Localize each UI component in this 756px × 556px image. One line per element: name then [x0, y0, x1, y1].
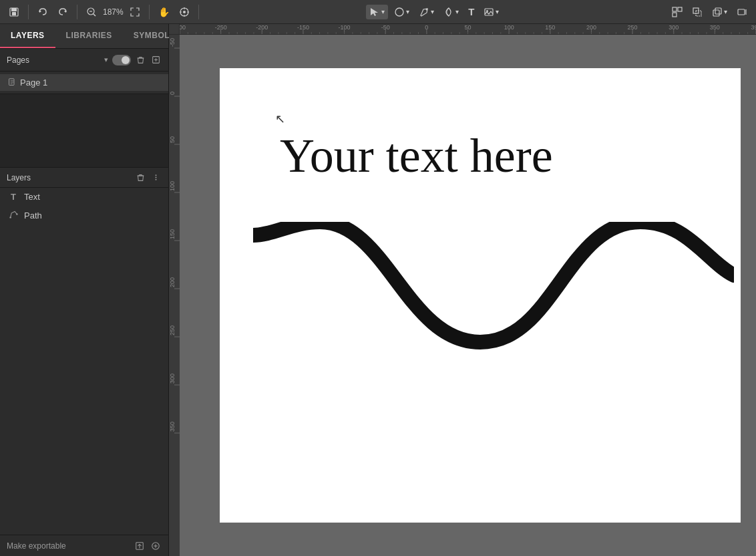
layer-item-path[interactable]: Path [0, 206, 168, 225]
hand-tool-group: ✋ [155, 5, 199, 19]
svg-rect-2 [12, 12, 16, 15]
canvas-viewport[interactable]: ↖ Your text here [180, 35, 756, 556]
canvas-body: ↖ Your text here [169, 35, 756, 556]
svg-rect-21 [673, 13, 677, 17]
ruler-v-canvas [169, 35, 180, 556]
svg-point-38 [16, 213, 17, 215]
horizontal-ruler [180, 24, 756, 35]
export-slice-button[interactable] [134, 540, 146, 552]
pages-section: Pages ▾ [0, 49, 168, 72]
layer-item-text[interactable]: T Text [0, 188, 168, 206]
layers-header: Layers [0, 168, 168, 188]
svg-rect-20 [678, 7, 682, 11]
svg-point-18 [486, 10, 488, 12]
text-layer-icon: T [8, 192, 19, 202]
svg-rect-26 [738, 9, 745, 15]
toolbar-right: ▾ [669, 5, 751, 19]
canvas-content: ↖ Your text here [220, 68, 741, 523]
path-layer-icon [8, 210, 19, 221]
main-toolbar: 187% ✋ ▾ ▾ ▾ ▾ T [0, 0, 756, 24]
zoom-level: 187% [103, 7, 124, 17]
ruler-h-canvas [180, 24, 756, 35]
tab-libraries[interactable]: LIBRARIES [55, 24, 123, 48]
oval-tool-button[interactable]: ▾ [391, 5, 413, 19]
page-name: Page 1 [20, 78, 47, 88]
ruler-corner [169, 24, 180, 35]
layers-section: Layers T Text Path [0, 168, 168, 535]
svg-point-9 [183, 11, 186, 13]
pen-tool-button[interactable]: ▾ [415, 5, 437, 19]
page-list: Page 1 [0, 72, 168, 94]
file-group [5, 5, 29, 19]
svg-marker-14 [371, 8, 378, 16]
hand-tool-button[interactable]: ✋ [155, 5, 173, 19]
select-tool-button[interactable]: ▾ [366, 5, 388, 19]
main-area: LAYERS LIBRARIES SYMBOLS Pages ▾ [0, 24, 756, 556]
svg-rect-25 [715, 8, 721, 14]
combine-button[interactable]: ▾ [709, 5, 731, 19]
transform-button[interactable] [689, 5, 706, 19]
zoom-group: 187% [83, 5, 150, 19]
history-group [34, 5, 77, 19]
page-thumbnail [0, 94, 168, 168]
redo-button[interactable] [54, 5, 71, 19]
layers-controls [135, 172, 162, 183]
zoom-value: 187% [103, 7, 124, 17]
layer-options-button[interactable] [150, 172, 162, 183]
pages-dropdown-icon[interactable]: ▾ [104, 55, 108, 64]
svg-marker-3 [39, 10, 41, 13]
panel-tabs: LAYERS LIBRARIES SYMBOLS [0, 24, 168, 49]
svg-rect-24 [713, 10, 719, 16]
svg-point-37 [9, 217, 11, 218]
page-item[interactable]: Page 1 [0, 74, 168, 91]
svg-point-35 [156, 177, 157, 178]
pages-toggle[interactable] [112, 55, 131, 65]
text-icon: T [468, 6, 474, 17]
add-page-button[interactable] [150, 54, 162, 65]
delete-layer-button[interactable] [135, 172, 146, 183]
resize-button[interactable] [733, 5, 751, 19]
vertical-ruler [169, 35, 180, 556]
layer-path-label: Path [24, 211, 42, 221]
cursor: ↖ [275, 112, 285, 126]
svg-line-7 [93, 14, 96, 16]
undo-button[interactable] [34, 5, 51, 19]
hand-icon: ✋ [158, 7, 170, 17]
page-icon [8, 78, 16, 88]
svg-marker-4 [64, 10, 66, 13]
svg-rect-1 [11, 8, 17, 11]
svg-point-34 [156, 174, 157, 176]
delete-page-button[interactable] [135, 54, 146, 65]
bottom-bar: Make exportable [0, 535, 168, 556]
layers-title: Layers [7, 173, 135, 182]
svg-point-15 [395, 8, 403, 16]
pages-label: Pages [7, 55, 104, 65]
zoom-fit-button[interactable] [126, 5, 144, 19]
canvas-path-element[interactable] [253, 222, 734, 456]
tab-layers[interactable]: LAYERS [0, 24, 55, 48]
save-button[interactable] [5, 5, 23, 19]
ruler-row [169, 24, 756, 35]
svg-point-36 [156, 179, 157, 180]
snap-button[interactable] [176, 5, 193, 19]
canvas-text-element[interactable]: Your text here [280, 128, 553, 184]
color-tool-button[interactable]: ▾ [440, 5, 462, 19]
svg-rect-19 [673, 7, 677, 11]
left-panel: LAYERS LIBRARIES SYMBOLS Pages ▾ [0, 24, 169, 556]
zoom-out-button[interactable] [83, 5, 100, 19]
make-exportable-label: Make exportable [7, 541, 66, 551]
image-tool-button[interactable]: ▾ [480, 5, 502, 19]
arrange-button[interactable] [669, 5, 686, 19]
svg-point-16 [426, 8, 428, 10]
add-export-button[interactable] [150, 540, 162, 552]
text-tool-button[interactable]: T [465, 4, 478, 19]
layer-text-label: Text [24, 192, 40, 202]
pages-controls [112, 54, 162, 65]
canvas-area: ↖ Your text here [169, 24, 756, 556]
